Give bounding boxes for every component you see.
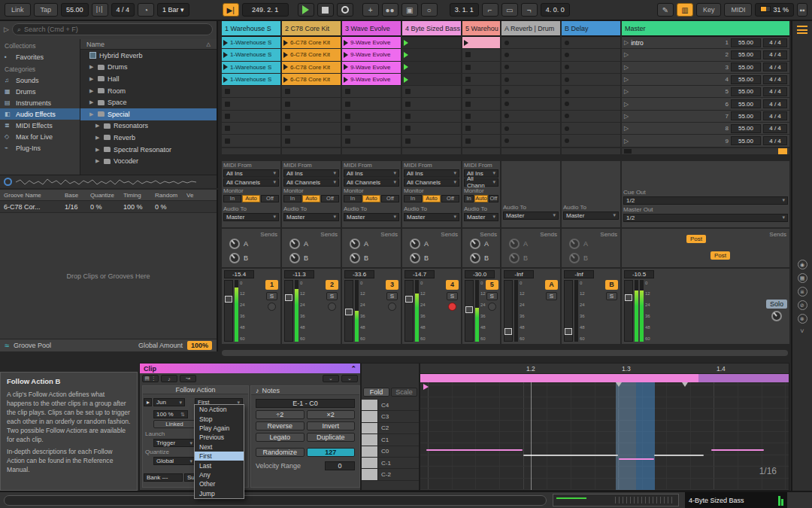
scene-slot-9[interactable]: ▷955.004 / 4 [622,135,789,146]
time-selection[interactable] [636,382,655,490]
volume-fader[interactable] [284,280,293,342]
status-message-field[interactable] [4,495,547,506]
key-cap[interactable] [362,446,378,457]
empty-clip-slot[interactable] [222,111,280,122]
channel-chooser[interactable]: All Chann▾ [464,178,498,187]
monitor-auto-button[interactable]: Auto [474,195,487,202]
monitor-in-button[interactable]: In [344,195,362,202]
volume-fader[interactable] [344,280,353,342]
notes-tab-icon[interactable]: ♪ [161,375,177,382]
groove-timing[interactable]: 100 % [123,203,155,211]
clip-play-icon[interactable] [404,40,408,46]
track-activator-button[interactable]: 5 [486,280,498,290]
clip-stop-button[interactable] [345,102,350,107]
menu-item-play-again[interactable]: Play Again [195,424,244,433]
draw-mode-button[interactable]: ✎ [657,3,674,17]
clip-stop-button[interactable] [405,89,411,94]
clip-stop-button[interactable] [465,77,471,82]
randomize-button[interactable]: Randomize [256,448,304,457]
key-cap[interactable] [362,458,378,468]
loop-start-field[interactable]: 3. 1. 1 [450,3,479,17]
piano-key-c-2[interactable]: C-2 [362,469,419,480]
output-chooser[interactable]: Master▾ [404,213,459,221]
back-to-arrangement-button[interactable] [778,148,787,154]
groove-drop-zone[interactable]: Drop Clips or Grooves Here [0,214,217,338]
track-header[interactable]: 1 Warehouse S [222,21,280,37]
expand-tab-icon[interactable]: ⌄ [323,375,339,382]
empty-clip-slot[interactable] [501,111,560,122]
scene-play-icon[interactable]: ▷ [624,125,629,132]
midi-note[interactable] [654,455,704,456]
clip-slot[interactable]: 9-Wave Evolve [342,49,401,60]
empty-clip-slot[interactable] [402,135,461,146]
clip-stop-button[interactable] [285,102,290,107]
volume-fader[interactable] [404,280,414,342]
clip-play-icon[interactable] [404,52,408,58]
clip-slot-dot[interactable] [504,78,509,82]
send-knob-a[interactable] [289,239,300,249]
volume-value[interactable]: -14.7 [404,270,435,278]
search-input[interactable] [24,26,208,33]
automation-arm-button[interactable]: + [362,3,379,17]
scene-time-signature[interactable]: 4 / 4 [763,99,787,108]
follow-action-toggle[interactable]: ▸ [144,398,152,406]
punch-in-icon[interactable]: ⌐ [482,3,498,17]
scene-slot-3[interactable]: ▷355.004 / 4 [622,62,789,73]
empty-clip-slot[interactable] [402,98,461,109]
tap-tempo-button[interactable]: Tap [34,3,59,17]
clip-slot[interactable]: 9-Wave Evolve [342,62,401,73]
solo-button[interactable]: S [606,292,617,300]
monitor-off-button[interactable]: Off [261,195,279,202]
volume-fader[interactable] [224,280,233,342]
envelope-tab-icon[interactable]: ↝ [180,375,196,382]
clip-tab-icon[interactable]: ▤ ⋮ [142,375,159,382]
scene-tempo[interactable]: 55.00 [731,75,761,84]
monitor-in-button[interactable]: In [283,195,301,202]
tree-item-drums[interactable]: ▶Drums [80,62,217,74]
empty-clip-slot[interactable] [562,123,620,134]
scene-play-icon[interactable]: ▷ [624,64,629,71]
scene-tempo[interactable]: 55.00 [731,87,761,96]
keys-toggle-icon[interactable]: ▦ [798,273,807,283]
master-track-header[interactable]: Master [622,21,789,37]
expand-arrow-icon[interactable]: ▶ [95,147,101,153]
track-header[interactable]: 2 C78 Core Kit [282,21,341,37]
legato-button[interactable]: Legato [256,433,304,442]
empty-clip-slot[interactable] [222,86,280,97]
empty-clip-slot[interactable] [402,123,461,134]
stop-all-clips-row[interactable] [402,148,461,154]
clip-slot-dot[interactable] [565,65,569,69]
empty-clip-slot[interactable] [501,86,560,97]
stop-all-clips-row[interactable] [462,148,500,154]
category-item-max-for-live[interactable]: ◇Max for Live [0,131,80,142]
menu-item-jump[interactable]: Jump [195,489,244,498]
clip-stop-button[interactable] [405,114,411,119]
key-cap[interactable] [362,411,378,421]
empty-clip-slot[interactable] [501,49,560,60]
scroll-down-icon[interactable]: ˅ [792,327,812,335]
arm-button[interactable] [328,303,336,311]
note-grid[interactable] [420,382,789,490]
scene-play-icon[interactable]: ▷ [624,101,629,108]
clip-slot-dot[interactable] [565,102,569,106]
midi-note[interactable] [619,458,654,460]
scene-play-icon[interactable]: ▷ [624,51,629,58]
volume-value[interactable]: -33.6 [344,270,374,278]
clip-slot-dot[interactable] [565,41,569,45]
send-knob-a[interactable] [569,239,580,249]
piano-key-c4[interactable]: C4 [362,400,419,411]
clip-stop-button[interactable] [285,138,290,144]
send-knob-a[interactable] [229,239,240,249]
empty-clip-slot[interactable] [501,98,560,109]
volume-fader[interactable] [504,280,513,342]
expand-arrow-icon[interactable]: ▶ [89,99,95,105]
input-chooser[interactable]: All Ins▾ [283,169,339,178]
tree-item-hall[interactable]: ▶Hall [80,73,217,85]
empty-clip-slot[interactable] [402,86,461,97]
fader-handle[interactable] [225,296,232,303]
empty-clip-slot[interactable] [501,135,560,146]
output-chooser[interactable]: Master▾ [503,211,559,220]
stop-all-clips-row[interactable] [282,148,341,154]
solo-button[interactable]: S [326,292,338,300]
scene-time-signature[interactable]: 4 / 4 [763,87,787,96]
